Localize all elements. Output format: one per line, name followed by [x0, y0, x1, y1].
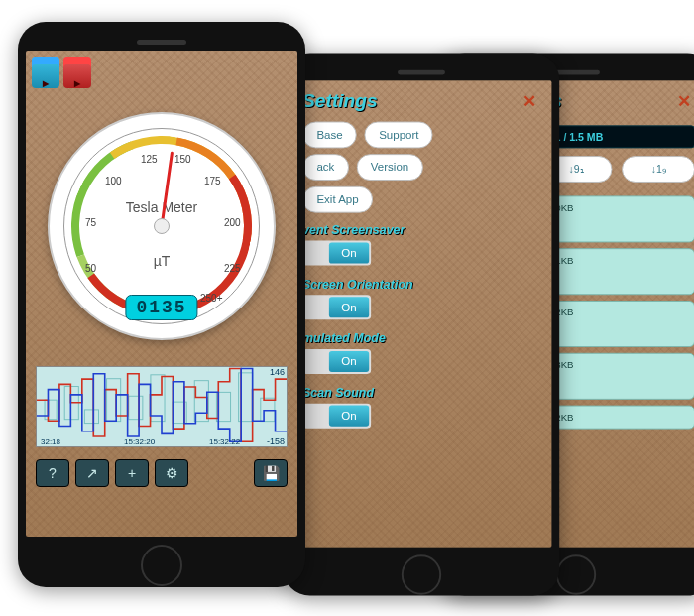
svg-rect-4	[129, 396, 143, 419]
svg-rect-0	[45, 400, 57, 420]
chart-min: -158	[267, 436, 285, 446]
chart-time: 15:32:20	[124, 437, 155, 446]
settings-phone: Settings ✕ Base Support ack Version Exit…	[284, 53, 559, 595]
version-button[interactable]: Version	[356, 154, 422, 181]
home-button[interactable]	[556, 554, 596, 594]
setting-screensaver-label: vent Screensaver	[302, 222, 540, 236]
svg-rect-5	[151, 375, 165, 422]
digital-readout: 0135	[125, 295, 197, 320]
tick: 150	[174, 154, 191, 165]
save-button[interactable]: 💾	[254, 459, 288, 487]
help-button[interactable]: ?	[36, 459, 69, 487]
sort-asc-button[interactable]: ↓1₉	[622, 156, 694, 183]
home-button[interactable]	[141, 545, 182, 586]
setting-emulated-toggle[interactable]: On	[302, 349, 371, 374]
setting-sound-toggle[interactable]: On	[302, 404, 371, 429]
settings-title: Settings	[302, 90, 378, 112]
support-button[interactable]: Support	[365, 122, 433, 149]
exit-button[interactable]: Exit App	[302, 186, 373, 213]
svg-rect-2	[84, 410, 98, 424]
back-button[interactable]: ack	[302, 154, 349, 181]
chart-time: 32:18	[41, 437, 60, 446]
base-button[interactable]: Base	[302, 122, 357, 149]
indicator-red[interactable]: ▶	[63, 57, 91, 88]
gauge-unit: µT	[50, 253, 274, 269]
setting-emulated-label: mulated Mode	[302, 331, 540, 345]
gauge: 50 75 100 125 150 175 200 225 250+ Tesla…	[48, 112, 276, 340]
setting-orientation-label: Screen Orientation	[302, 277, 540, 291]
tick: 250+	[200, 293, 223, 304]
tick: 125	[141, 154, 158, 165]
close-icon[interactable]: ✕	[520, 90, 540, 111]
tick: 175	[204, 176, 221, 186]
tick: 75	[85, 217, 96, 228]
setting-sound-label: Scan Sound	[302, 385, 540, 399]
setting-orientation-toggle[interactable]: On	[302, 295, 371, 319]
tick: 100	[105, 176, 122, 186]
setting-screensaver-toggle[interactable]: On	[302, 241, 371, 266]
settings-button[interactable]: ⚙	[155, 459, 188, 487]
chart-max: 146	[270, 367, 285, 377]
add-button[interactable]: +	[115, 459, 149, 487]
chart-time: 15:32:22	[209, 437, 240, 446]
chart: 146 -158 32:18 15:32:20 15:32:22	[36, 366, 288, 447]
share-button[interactable]: ↗	[75, 459, 109, 487]
indicator-blue[interactable]: ▶	[32, 57, 59, 88]
home-button[interactable]	[402, 554, 441, 594]
tick: 200	[224, 217, 241, 228]
close-icon[interactable]: ✕	[674, 90, 694, 111]
meter-phone: ▶ ▶ 50 75 100 125 150 175 200 225 250+ T…	[18, 22, 305, 587]
